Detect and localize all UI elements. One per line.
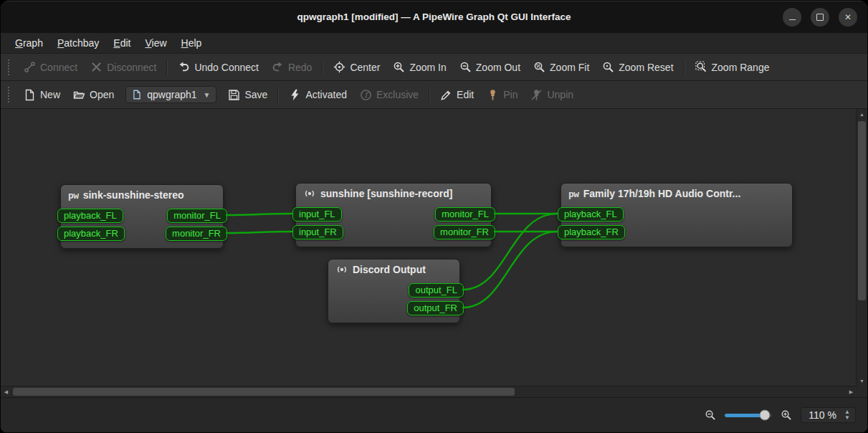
- bolt-icon: [289, 89, 301, 101]
- title-bar[interactable]: qpwgraph1 [modified] — A PipeWire Graph …: [1, 1, 867, 33]
- unpin-icon: [530, 89, 543, 101]
- vertical-scrollbar[interactable]: ▲ ▼: [856, 109, 867, 386]
- undo-icon: [178, 61, 190, 73]
- pin-label: Pin: [503, 89, 518, 100]
- edit-button[interactable]: Edit: [434, 86, 480, 104]
- node-sink-sunshine-stereo[interactable]: pw sink-sunshine-stereo playback_FL moni…: [60, 184, 224, 249]
- undo-connect-button[interactable]: Undo Connect: [171, 58, 265, 76]
- menu-view[interactable]: View: [138, 33, 173, 53]
- node-title: sunshine [sunshine-record]: [320, 188, 452, 199]
- toolbar-separator: [684, 60, 685, 75]
- zoom-out-icon: [459, 61, 472, 73]
- toolbar-grip[interactable]: [8, 60, 11, 75]
- menu-help-label: Help: [181, 37, 202, 49]
- zoom-in-button[interactable]: Zoom In: [386, 58, 452, 76]
- port-output[interactable]: output_FR: [407, 301, 464, 315]
- connection[interactable]: [226, 232, 292, 233]
- menu-edit[interactable]: Edit: [106, 33, 138, 53]
- port-input[interactable]: playback_FR: [57, 227, 125, 241]
- port-input[interactable]: playback_FL: [558, 207, 624, 222]
- open-button[interactable]: Open: [67, 86, 120, 104]
- node-title: Discord Output: [353, 264, 426, 275]
- combo-value: qpwgraph1: [147, 89, 196, 100]
- zoom-fit-button[interactable]: Zoom Fit: [527, 58, 596, 76]
- activated-button[interactable]: Activated: [282, 86, 353, 104]
- vertical-scroll-handle[interactable]: [858, 121, 866, 300]
- zoom-controls: 110 % ▲ ▼: [705, 407, 856, 423]
- scroll-left-arrow[interactable]: ◀: [1, 386, 11, 397]
- port-input[interactable]: playback_FL: [57, 209, 123, 223]
- minimize-button[interactable]: [783, 8, 801, 27]
- menu-bar: Graph Patchbay Edit View Help: [1, 33, 867, 54]
- port-list: output_FL output_FR: [328, 280, 459, 323]
- zoom-spinbox[interactable]: 110 % ▲ ▼: [801, 407, 856, 423]
- pin-button[interactable]: Pin: [480, 86, 524, 104]
- unpin-button[interactable]: Unpin: [524, 86, 580, 104]
- connect-button[interactable]: Connect: [17, 58, 84, 76]
- zoom-out-button[interactable]: Zoom Out: [453, 58, 527, 76]
- port-output[interactable]: monitor_FL: [435, 207, 495, 222]
- node-discord-output[interactable]: Discord Output output_FL output_FR: [328, 259, 460, 323]
- node-header: sunshine [sunshine-record]: [296, 184, 491, 204]
- redo-button[interactable]: Redo: [265, 58, 318, 76]
- connection[interactable]: [226, 214, 292, 215]
- pipewire-icon: pw: [568, 189, 579, 199]
- exclusive-button[interactable]: f Exclusive: [353, 86, 425, 104]
- port-input[interactable]: input_FL: [292, 207, 342, 222]
- zoom-out-label: Zoom Out: [476, 62, 520, 73]
- zoom-in-icon[interactable]: [781, 409, 792, 421]
- port-output[interactable]: monitor_FL: [167, 209, 227, 223]
- close-button[interactable]: ✕: [839, 8, 857, 27]
- menu-help[interactable]: Help: [174, 33, 209, 53]
- zoom-value: 110 %: [809, 409, 836, 421]
- port-output[interactable]: output_FL: [409, 283, 464, 298]
- scroll-up-arrow[interactable]: ▲: [857, 109, 867, 120]
- center-button[interactable]: Center: [327, 58, 386, 76]
- port-input[interactable]: input_FR: [292, 225, 343, 239]
- zoom-reset-button[interactable]: Zoom Reset: [596, 58, 679, 76]
- menu-patchbay-label: Patchbay: [57, 37, 99, 49]
- scroll-down-arrow[interactable]: ▼: [857, 376, 867, 386]
- zoom-slider-thumb[interactable]: [760, 410, 771, 421]
- menu-graph[interactable]: Graph: [8, 33, 50, 53]
- spin-down-arrow[interactable]: ▼: [842, 415, 852, 421]
- new-button[interactable]: New: [17, 86, 67, 104]
- port-input[interactable]: playback_FR: [558, 225, 625, 239]
- toolbar-grip[interactable]: [8, 87, 11, 103]
- horizontal-scroll-handle[interactable]: [13, 388, 515, 396]
- graph-canvas[interactable]: pw sink-sunshine-stereo playback_FL moni…: [1, 109, 867, 397]
- zoom-slider[interactable]: [725, 410, 772, 420]
- maximize-icon: [816, 14, 824, 21]
- menu-patchbay[interactable]: Patchbay: [50, 33, 106, 53]
- disconnect-button[interactable]: Disconnect: [84, 58, 163, 76]
- scroll-right-arrow[interactable]: ▶: [846, 386, 857, 397]
- maximize-button[interactable]: [811, 8, 829, 27]
- horizontal-scrollbar[interactable]: ◀ ▶: [1, 386, 857, 397]
- close-icon: ✕: [844, 12, 852, 22]
- zoom-in-icon: [393, 61, 405, 73]
- toolbar-separator: [277, 87, 279, 103]
- zoom-out-icon[interactable]: [705, 409, 716, 421]
- zoom-reset-label: Zoom Reset: [619, 62, 673, 73]
- spinbox-arrows: ▲ ▼: [842, 409, 852, 421]
- undo-connect-label: Undo Connect: [194, 62, 259, 73]
- node-family-hd-audio[interactable]: pw Family 17h/19h HD Audio Contr... play…: [561, 183, 793, 247]
- port-output[interactable]: monitor_FR: [166, 227, 227, 241]
- open-folder-icon: [73, 89, 85, 101]
- node-header: Discord Output: [328, 260, 459, 280]
- connection-layer: [1, 109, 857, 390]
- save-label: Save: [244, 89, 267, 100]
- pencil-icon: [440, 89, 452, 101]
- zoom-range-button[interactable]: Zoom Range: [689, 58, 776, 76]
- window-title: qpwgraph1 [modified] — A PipeWire Graph …: [1, 11, 867, 22]
- graph-area[interactable]: pw sink-sunshine-stereo playback_FL moni…: [1, 109, 857, 386]
- node-header: pw sink-sunshine-stereo: [61, 185, 223, 205]
- file-toolbar: New Open qpwgraph1 ▼ Save: [1, 81, 867, 109]
- unpin-label: Unpin: [547, 89, 573, 100]
- patchbay-file-combo[interactable]: qpwgraph1 ▼: [125, 86, 216, 103]
- scrollbar-corner: [857, 386, 867, 397]
- save-button[interactable]: Save: [221, 86, 274, 104]
- port-output[interactable]: monitor_FR: [434, 225, 495, 239]
- node-sunshine[interactable]: sunshine [sunshine-record] input_FL moni…: [295, 183, 492, 247]
- disconnect-label: Disconnect: [107, 62, 156, 73]
